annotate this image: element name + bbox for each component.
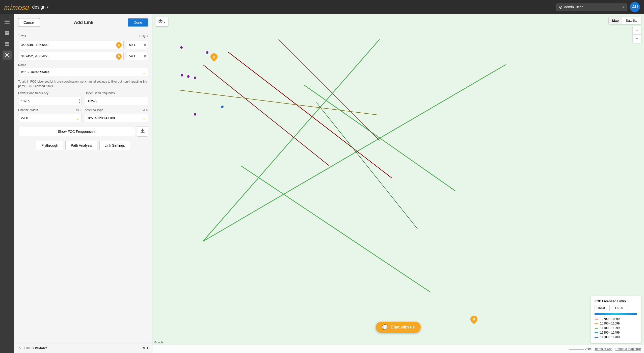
tower-a-coords-input[interactable] [18,41,124,49]
upper-band-label-row: Upper Band frequency [85,91,148,96]
lower-band-down[interactable]: ▼ [78,101,81,104]
fcc-item-2: 10900 - 11099 [595,322,637,325]
antenna-type-group: Antenna Type MHz Jirous-1200 41 dBiJirou… [85,108,148,122]
zoom-out-button[interactable]: − [633,35,641,43]
upper-band-input-wrap [85,97,148,105]
svg-rect-6 [7,33,9,35]
purple-marker-5 [193,76,197,80]
radio-label: Radio [18,63,148,67]
done-button[interactable]: Done [128,18,148,27]
topbar-right: ⊙ admin_user ▾ AU [556,2,640,12]
fcc-item-5: 11500 - 11700 [595,335,637,339]
terms-link[interactable]: Terms of Use [595,347,612,351]
download-button[interactable] [137,126,148,137]
zoom-in-button[interactable]: + [633,26,641,34]
channel-width-unit: MHz [76,109,82,112]
fcc-dot-red [595,319,598,319]
lower-band-up[interactable]: ▲ [78,98,81,101]
sidebar-item-layers[interactable] [3,28,12,37]
tower-b-height-group: ft [127,52,148,60]
lower-band-input[interactable] [18,97,77,105]
marker-b[interactable]: B [470,316,477,323]
fcc-label-4: 11300 - 11499 [600,331,620,334]
map[interactable]: A B Map Satellite + − ▾ FCC Licensed Lin… [152,14,644,353]
flythrough-button[interactable]: Flythrough [36,141,63,150]
link-settings-button[interactable]: Link Settings [99,141,130,150]
link-summary-label: LINK SUMMARY [24,346,47,350]
height-label: Height [139,34,148,38]
tower-b-height-wrap: ft [127,52,148,60]
layer-button[interactable]: ▾ [155,17,168,26]
show-fcc-row: Show FCC Frequencies [18,126,148,137]
purple-marker-2 [205,51,209,54]
tower-a-height-group: ft [127,41,148,49]
sidebar-item-stacked[interactable] [3,39,12,48]
channel-antenna-row: Channel Width MHz 2x802x402x20 ⌄ Antenna… [18,108,148,122]
tower-b-height-input[interactable] [127,52,142,60]
panel: Cancel Add Link Done Tower Height A [14,14,152,353]
tower-b-coords-input[interactable] [18,52,124,60]
chat-bubble-icon: 💬 [382,324,388,330]
svg-line-12 [203,65,506,241]
show-fcc-button[interactable]: Show FCC Frequencies [18,127,135,136]
channel-width-select[interactable]: 2x802x402x20 [18,114,82,122]
sidebar-item-menu[interactable] [3,17,12,26]
wifi-icon: ⊙ [559,5,562,10]
fcc-legend-title: FCC Licensed Links [595,299,637,303]
antenna-type-select[interactable]: Jirous-1200 41 dBiJirous-1200 38 dBi [85,114,148,122]
refresh-icon[interactable]: ↻ [142,346,145,350]
svg-rect-3 [5,31,7,33]
fcc-dot-green [595,328,598,329]
map-lines [152,14,644,353]
fcc-range-separator: - [611,306,612,310]
panel-header: Cancel Add Link Done [14,14,152,30]
svg-rect-0 [5,20,10,20]
info-icon[interactable]: ℹ [147,346,148,350]
antenna-type-unit: MHz [142,109,148,112]
fcc-range-to[interactable] [613,305,628,311]
user-select[interactable]: ⊙ admin_user ▾ [556,4,627,11]
fcc-label-1: 10700 - 10899 [600,317,620,321]
path-analysis-button[interactable]: Path Analysis [65,141,97,150]
bottom-action-buttons: Flythrough Path Analysis Link Settings [18,141,148,150]
svg-line-13 [241,166,430,292]
radio-select[interactable]: B11 - United States B11 - Other [18,68,148,76]
svg-line-19 [316,103,417,229]
lower-band-input-wrap: ▲ ▼ [18,97,82,105]
cancel-button[interactable]: Cancel [18,18,40,27]
fcc-dot-cyan [595,332,598,333]
link-summary-bar[interactable]: LINK SUMMARY ↻ ℹ [14,343,152,353]
design-button[interactable]: design ▾ [32,5,48,10]
antenna-type-select-wrap: Jirous-1200 41 dBiJirous-1200 38 dBi ⌄ [85,114,148,122]
radio-select-wrap: B11 - United States B11 - Other ⌄ [18,68,148,76]
channel-width-label-row: Channel Width MHz [18,108,82,113]
map-type-map[interactable]: Map [609,17,622,24]
blue-marker-1 [221,105,224,109]
fcc-range-from[interactable] [595,305,610,311]
chat-button[interactable]: 💬 Chat with us [376,322,421,333]
avatar[interactable]: AU [630,2,640,12]
report-link[interactable]: Report a map error [615,347,641,351]
fcc-range-row: - [595,305,637,311]
svg-rect-4 [7,31,9,33]
upper-band-input[interactable] [85,97,148,105]
marker-a[interactable]: A [210,53,218,60]
lower-band-spinner[interactable]: ▲ ▼ [77,98,82,105]
lower-band-group: Lower Band frequency ▲ ▼ [18,91,82,105]
tower-height-labels: Tower Height [18,34,148,38]
purple-marker-4 [186,75,190,78]
radio-section: Radio B11 - United States B11 - Other ⌄ [18,63,148,76]
svg-rect-7 [5,42,9,43]
fcc-dot-blue [595,337,598,338]
topbar: mimosa design ▾ ⊙ admin_user ▾ AU [0,0,644,14]
svg-line-15 [228,52,392,178]
purple-marker-1 [180,46,183,49]
tower-b-height-unit: ft [142,53,148,60]
tower-a-row: A ft [18,41,148,49]
map-type-satellite[interactable]: Satellite [622,17,641,24]
channel-width-select-wrap: 2x802x402x20 ⌄ [18,114,82,122]
map-bottom-bar: 2 km Terms of Use Report a map error [152,345,644,353]
svg-rect-1 [5,21,10,22]
tower-a-height-input[interactable] [127,41,142,49]
sidebar-item-settings[interactable] [3,51,12,60]
